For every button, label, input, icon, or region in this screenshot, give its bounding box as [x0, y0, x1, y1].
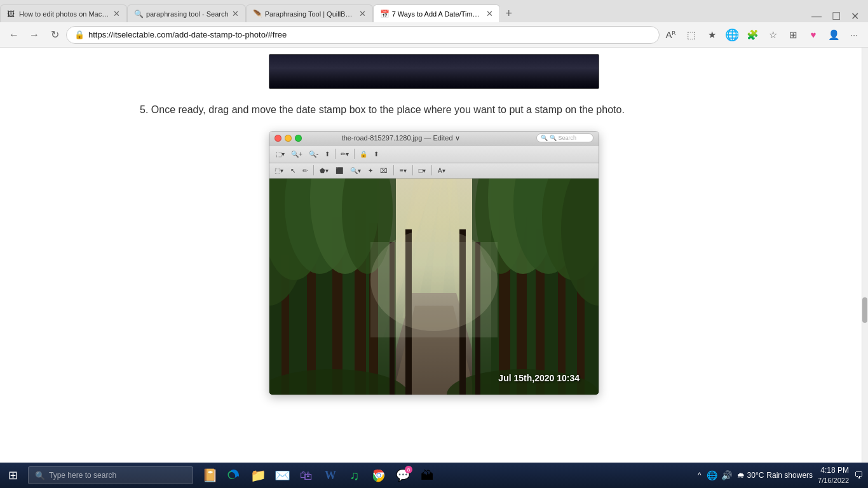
mac-tool-pencil[interactable]: ✏▾	[338, 150, 351, 158]
settings-more-button[interactable]: ···	[845, 26, 863, 44]
weather-temp: 30°C	[747, 471, 764, 480]
taskbar-time: 4:18 PM	[818, 466, 849, 476]
nav-icons: Aᴿ ⬚ ★ 🌐 🧩 ☆ ⊞ ♥ 👤 ···	[662, 26, 863, 44]
step-5-text: 5. Once ready, drag and move the date st…	[127, 102, 741, 118]
taskbar-app-store[interactable]: 🛍	[295, 464, 318, 487]
mac-tool2-rect[interactable]: □▾	[416, 166, 428, 175]
extensions-button[interactable]: 🧩	[743, 26, 761, 44]
lock-icon: 🔒	[74, 30, 85, 39]
weather-icon: 🌧	[737, 471, 745, 480]
taskbar: ⊞ 🔍 Type here to search 📔 📁 ✉️ 🛍 W ♫	[0, 463, 868, 488]
tab-2-close[interactable]: ✕	[232, 9, 239, 18]
tab-4[interactable]: 📅 7 Ways to Add A Date/Time Sta... ✕	[373, 4, 500, 22]
mac-tool2-lines[interactable]: ≡▾	[397, 166, 409, 175]
tab-bar: 🖼 How to edit photos on Mac 202... ✕ 🔍 p…	[0, 0, 868, 22]
taskbar-app-word[interactable]: W	[319, 464, 342, 487]
taskbar-app-mail[interactable]: ✉️	[271, 464, 294, 487]
mac-tool2-pen[interactable]: ✏	[300, 166, 310, 175]
tab-3-title: Paraphrasing Tool | QuillBot AI	[265, 10, 356, 18]
tab-3-close[interactable]: ✕	[359, 9, 366, 18]
taskbar-app-messages[interactable]: 💬 8	[391, 464, 414, 487]
back-button[interactable]: ←	[5, 26, 23, 44]
scrollbar-thumb[interactable]	[862, 297, 867, 323]
mac-separator-5	[412, 165, 413, 175]
read-aloud-button[interactable]: Aᴿ	[662, 26, 680, 44]
svg-point-43	[377, 474, 381, 477]
collections-button[interactable]: ⊞	[784, 26, 802, 44]
taskbar-search-text: Type here to search	[49, 471, 116, 480]
page-content: 5. Once ready, drag and move the date st…	[0, 48, 868, 463]
mac-tool2-zoom-level[interactable]: 🔍▾	[348, 166, 363, 175]
add-to-favorites-button[interactable]: ★	[703, 26, 721, 44]
taskbar-search-icon: 🔍	[35, 471, 45, 480]
mac-tool2-select[interactable]: ⬚▾	[272, 166, 286, 175]
mac-window-title: the-road-815297.1280.jpg — Edited ∨	[342, 134, 460, 142]
mac-tool2-crop[interactable]: ⌧	[377, 166, 390, 175]
tab-2-favicon: 🔍	[134, 10, 143, 18]
tab-4-close[interactable]: ✕	[486, 9, 493, 18]
new-tab-button[interactable]: +	[500, 4, 518, 22]
mac-separator-3	[313, 165, 314, 175]
mac-tool2-draw[interactable]: ↖	[288, 166, 298, 175]
mac-tool-share2[interactable]: ⬆	[371, 150, 381, 158]
network-icon: 🌐	[707, 470, 717, 480]
scrollbar[interactable]	[862, 48, 868, 463]
weather-widget[interactable]: 🌧 30°C Rain showers	[737, 471, 813, 480]
reading-view-button[interactable]: ⬚	[682, 26, 700, 44]
mac-tool-view[interactable]: ⬚▾	[273, 150, 287, 158]
window-close-button[interactable]: ✕	[847, 10, 863, 22]
tab-1-title: How to edit photos on Mac 202...	[19, 10, 110, 18]
forest-photo: Jul 15th,2020 10:34	[269, 179, 599, 395]
start-button[interactable]: ⊞	[0, 463, 25, 488]
mac-tool-zoom-in[interactable]: 🔍+	[288, 150, 305, 158]
taskbar-clock[interactable]: 4:18 PM 7/16/2022	[818, 466, 849, 485]
mac-tool-lock[interactable]: 🔒	[357, 150, 370, 158]
mac-separator-2	[354, 149, 355, 159]
mac-toolbar-1: ⬚▾ 🔍+ 🔍- ⬆ ✏▾ 🔒 ⬆	[269, 146, 599, 163]
screenshot-container: the-road-815297.1280.jpg — Edited ∨ 🔍 🔍 …	[127, 131, 741, 395]
tab-2[interactable]: 🔍 paraphrasing tool - Search ✕	[127, 4, 246, 22]
heartbeat-button[interactable]: ♥	[804, 26, 822, 44]
mac-search-bar: 🔍 🔍 Search	[536, 133, 593, 142]
taskbar-app-file-explorer[interactable]: 📁	[247, 464, 269, 487]
mac-preview-window: the-road-815297.1280.jpg — Edited ∨ 🔍 🔍 …	[269, 131, 599, 395]
mac-minimize-button[interactable]	[285, 135, 292, 142]
tab-3[interactable]: 🪶 Paraphrasing Tool | QuillBot AI ✕	[246, 4, 373, 22]
window-minimize-button[interactable]: —	[808, 11, 825, 22]
notification-icon[interactable]: 🗨	[854, 470, 863, 480]
mac-tool2-size[interactable]: ⬛	[333, 166, 346, 175]
mac-tool-share[interactable]: ⬆	[322, 150, 332, 158]
refresh-button[interactable]: ↻	[46, 26, 64, 44]
mac-separator-6	[431, 165, 432, 175]
mac-tool2-magic[interactable]: ✦	[365, 166, 376, 175]
tab-4-favicon: 📅	[380, 10, 389, 18]
mac-separator-4	[393, 165, 394, 175]
taskbar-search-box[interactable]: 🔍 Type here to search	[28, 466, 193, 484]
mac-search-input[interactable]: 🔍 🔍 Search	[536, 133, 593, 142]
taskbar-app-chrome[interactable]	[367, 464, 390, 487]
address-bar[interactable]: 🔒 https://itselectable.com/add-date-stam…	[66, 26, 660, 44]
volume-icon: 🔊	[721, 470, 732, 480]
tab-2-title: paraphrasing tool - Search	[146, 10, 229, 18]
forward-button[interactable]: →	[25, 26, 43, 44]
taskbar-app-photos[interactable]: 🏔	[416, 464, 438, 487]
mac-tool2-text[interactable]: A▾	[435, 166, 448, 175]
window-restore-button[interactable]: ☐	[828, 10, 844, 22]
favorites-button[interactable]: ☆	[764, 26, 782, 44]
taskbar-app-spotify[interactable]: ♫	[343, 464, 366, 487]
browser-wallet-button[interactable]: 🌐	[723, 26, 741, 44]
system-tray-expand[interactable]: ^	[698, 471, 702, 480]
mac-search-placeholder: 🔍 Search	[550, 135, 576, 141]
tab-1[interactable]: 🖼 How to edit photos on Mac 202... ✕	[0, 4, 127, 22]
profile-button[interactable]: 👤	[825, 26, 843, 44]
tab-3-favicon: 🪶	[253, 10, 262, 18]
mac-tool-zoom-out[interactable]: 🔍-	[306, 150, 321, 158]
mac-fullscreen-button[interactable]	[295, 135, 302, 142]
taskbar-app-edge[interactable]	[222, 464, 245, 487]
mac-title-bar: the-road-815297.1280.jpg — Edited ∨ 🔍 🔍 …	[269, 132, 599, 146]
mac-tool2-shapes[interactable]: ⬟▾	[317, 166, 331, 175]
taskbar-app-notes[interactable]: 📔	[198, 464, 221, 487]
tab-1-close[interactable]: ✕	[113, 9, 120, 18]
browser-chrome: 🖼 How to edit photos on Mac 202... ✕ 🔍 p…	[0, 0, 868, 48]
mac-close-button[interactable]	[275, 135, 281, 142]
